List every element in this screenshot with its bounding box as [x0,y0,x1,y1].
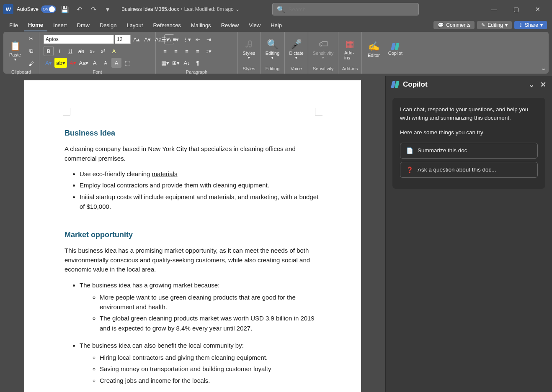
italic-button[interactable]: I [54,46,64,56]
doc-bullet-list[interactable]: Use eco-friendly cleaning materials Empl… [80,169,321,211]
comments-button[interactable]: 💬Comments [433,21,475,29]
tab-insert[interactable]: Insert [49,20,71,31]
decrease-indent-icon[interactable]: ⇤ [193,34,203,44]
editing-mode-button[interactable]: ✎Editing▾ [477,21,512,29]
tab-references[interactable]: References [149,20,185,31]
list-item[interactable]: The business idea can also benefit the l… [80,341,321,385]
show-marks-icon[interactable]: ¶ [193,58,203,68]
autosave-toggle[interactable]: AutoSave On [17,5,56,13]
styles-button[interactable]: Ꭿ Styles ▾ [240,38,259,61]
tab-design[interactable]: Design [95,20,121,31]
close-icon[interactable]: ✕ [540,80,546,89]
minimize-icon[interactable]: ― [487,6,502,13]
list-item[interactable]: Use eco-friendly cleaning materials [80,169,321,179]
list-item[interactable]: The business idea has a growing market b… [80,280,321,333]
document-canvas[interactable]: Business Idea A cleaning company based i… [0,76,385,392]
superscript-button[interactable]: x² [98,46,108,56]
list-item[interactable]: More people want to use green cleaning p… [100,292,321,312]
format-painter-icon[interactable]: 🖌 [26,59,36,69]
numbering-icon[interactable]: ≡▾ [171,34,181,44]
paragraph-group-label: Paragraph [158,69,235,75]
tab-view[interactable]: View [245,20,265,31]
toggle-switch[interactable]: On [41,5,56,13]
chevron-down-icon[interactable]: ⌄ [235,6,240,12]
tab-review[interactable]: Review [217,20,243,31]
text-effects-icon[interactable]: A [109,46,119,56]
sensitivity-button[interactable]: 🏷 Sensitivity ▾ [310,38,337,61]
enclose-characters-icon[interactable]: A [111,58,121,68]
tab-help[interactable]: Help [266,20,286,31]
document-title[interactable]: Business Idea M365.docx • Last Modified:… [121,6,240,12]
save-icon[interactable]: 💾 [59,4,70,15]
font-size-select[interactable] [115,35,131,44]
sort-icon[interactable]: A↓ [182,58,192,68]
collapse-ribbon-icon[interactable]: ⌄ [541,64,546,72]
grow-font-icon[interactable]: A [90,58,100,68]
align-center-icon[interactable]: ≡ [171,46,181,56]
tab-mailings[interactable]: Mailings [187,20,215,31]
line-spacing-icon[interactable]: ↕▾ [204,46,214,56]
close-icon[interactable]: ✕ [530,6,545,13]
align-right-icon[interactable]: ≡ [182,46,192,56]
tab-file[interactable]: File [5,20,22,31]
strikethrough-button[interactable]: ab [76,46,86,56]
character-shading-icon[interactable]: Aa▾ [79,58,89,68]
editing-button[interactable]: 🔍 Editing ▾ [262,38,283,61]
bullets-icon[interactable]: ☰▾ [160,34,170,44]
copilot-suggestion-ask[interactable]: ❓ Ask a question about this doc... [400,162,538,178]
paste-button[interactable]: 📋 Paste ▾ [6,40,24,62]
editor-button[interactable]: ✍ Editor [364,40,383,59]
search-input[interactable] [289,6,414,13]
decrease-font-icon[interactable]: A▾ [142,34,152,44]
underline-button[interactable]: U [65,46,75,56]
word-app-icon: W [3,4,13,14]
justify-icon[interactable]: ≡ [193,46,203,56]
font-dialog-icon[interactable]: ⬚ [122,58,132,68]
increase-indent-icon[interactable]: ⇥ [204,34,214,44]
shrink-font-icon[interactable]: A [101,58,111,68]
list-item[interactable]: Initial startup costs will include equip… [80,192,321,212]
addins-button[interactable]: ▦ Add-ins [341,38,359,61]
list-item[interactable]: Hiring local contractors and giving them… [100,353,321,362]
shading-icon[interactable]: ▦▾ [160,58,170,68]
copilot-suggestion-summarize[interactable]: 📄 Summarize this doc [400,143,538,159]
bold-button[interactable]: B [44,46,54,56]
borders-icon[interactable]: ⊞▾ [171,58,181,68]
main-area: Business Idea A cleaning company based i… [0,76,552,392]
document-page[interactable]: Business Idea A cleaning company based i… [24,80,361,392]
redo-icon[interactable]: ↷ [88,4,99,15]
font-name-select[interactable] [44,35,114,44]
list-item[interactable]: The global green cleaning products marke… [100,313,321,333]
highlight-color-icon[interactable]: ab▾ [54,58,67,68]
tab-home[interactable]: Home [24,19,47,31]
multilevel-list-icon[interactable]: ⋮▾ [182,34,192,44]
doc-paragraph[interactable]: A cleaning company based in New York Cit… [64,144,321,163]
search-box[interactable]: 🔍 [272,3,419,15]
doc-bullet-list[interactable]: The business idea has a growing market b… [80,280,321,392]
chevron-down-icon: ▾ [505,22,508,28]
tab-layout[interactable]: Layout [122,20,147,31]
tab-draw[interactable]: Draw [73,20,94,31]
doc-heading-1[interactable]: Business Idea [64,129,321,138]
qat-dropdown-icon[interactable]: ▾ [102,4,113,15]
list-item[interactable]: Employ local contractors and provide the… [80,180,321,190]
copy-icon[interactable]: ⧉ [26,46,36,56]
copilot-ribbon-button[interactable]: Copilot [385,42,406,56]
increase-font-icon[interactable]: A▴ [132,34,142,44]
copilot-try-text: Here are some things you can try [400,128,538,137]
list-item[interactable]: Creating jobs and income for the locals. [100,376,321,385]
doc-link-materials[interactable]: materials [152,170,178,177]
maximize-icon[interactable]: ▢ [508,6,524,13]
undo-icon[interactable]: ↶ [74,4,85,15]
doc-heading-2[interactable]: Market opportunity [64,231,321,239]
subscript-button[interactable]: x₂ [87,46,97,56]
doc-paragraph[interactable]: This business idea has a promising marke… [64,246,321,274]
chevron-down-icon[interactable]: ⌄ [529,80,534,89]
share-button[interactable]: ⇪Share▾ [514,21,547,29]
align-left-icon[interactable]: ≡ [160,46,170,56]
font-color-icon[interactable]: A▾ [68,58,78,68]
list-item[interactable]: Saving money on transportation and build… [100,364,321,374]
cut-icon[interactable]: ✂ [26,33,36,44]
dictate-button[interactable]: 🎤 Dictate ▾ [286,38,307,61]
text-highlight-icon[interactable]: A▾ [44,58,54,68]
